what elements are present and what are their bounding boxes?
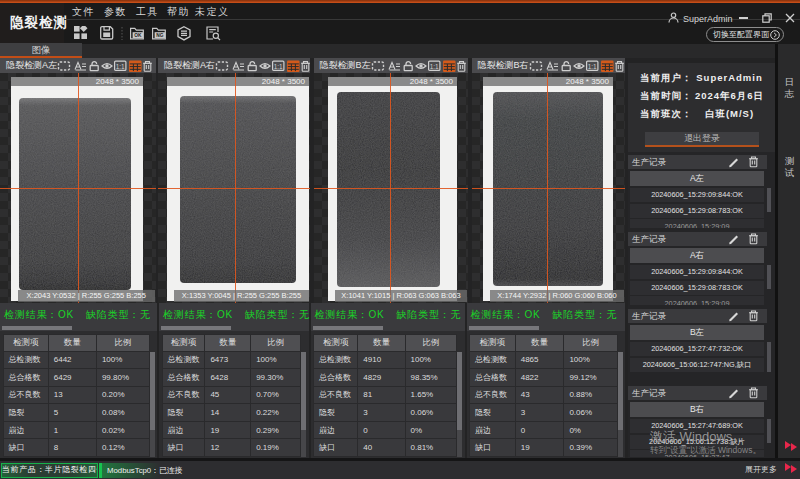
svg-text:NG: NG <box>156 33 163 38</box>
svg-text:OK: OK <box>134 33 142 38</box>
